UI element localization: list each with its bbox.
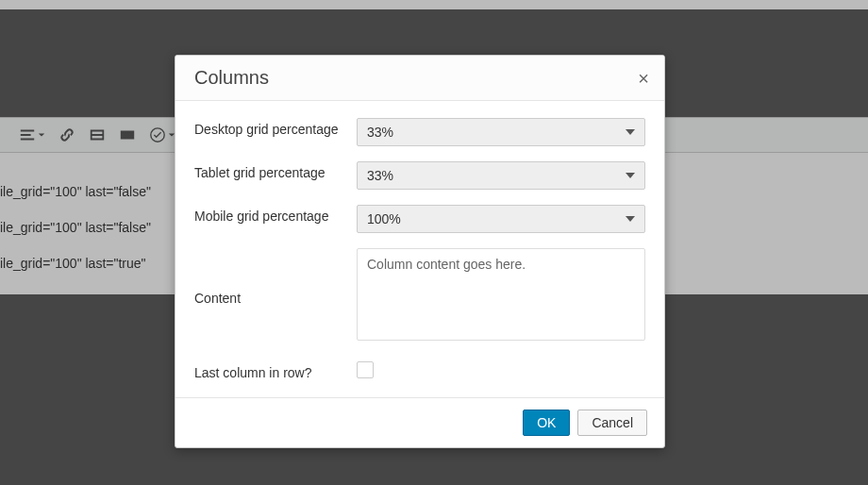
- mobile-value: 100%: [367, 211, 401, 226]
- chevron-down-icon: [626, 129, 635, 135]
- desktop-row: Desktop grid percentage 33%: [194, 118, 645, 146]
- mobile-label: Mobile grid percentage: [194, 205, 357, 224]
- cancel-button[interactable]: Cancel: [577, 410, 647, 436]
- last-label: Last column in row?: [194, 361, 357, 380]
- chevron-down-icon: [626, 173, 635, 178]
- columns-dialog: Columns × Desktop grid percentage 33% Ta…: [175, 55, 665, 448]
- last-row: Last column in row?: [194, 361, 645, 380]
- ok-button[interactable]: OK: [523, 410, 570, 436]
- mobile-select[interactable]: 100%: [357, 205, 645, 233]
- tablet-value: 33%: [367, 168, 393, 183]
- content-textarea[interactable]: [357, 248, 645, 341]
- dialog-title: Columns: [194, 67, 269, 89]
- dialog-footer: OK Cancel: [175, 397, 664, 447]
- desktop-select[interactable]: 33%: [357, 118, 645, 146]
- tablet-row: Tablet grid percentage 33%: [194, 161, 645, 190]
- content-label: Content: [194, 287, 357, 306]
- tablet-select[interactable]: 33%: [357, 161, 645, 190]
- desktop-value: 33%: [367, 125, 393, 140]
- chevron-down-icon: [626, 216, 635, 222]
- close-icon[interactable]: ×: [638, 69, 649, 88]
- dialog-header: Columns ×: [175, 56, 664, 101]
- last-checkbox[interactable]: [357, 361, 374, 378]
- content-row: Content: [194, 248, 645, 344]
- desktop-label: Desktop grid percentage: [194, 118, 357, 137]
- tablet-label: Tablet grid percentage: [194, 161, 357, 180]
- dialog-body: Desktop grid percentage 33% Tablet grid …: [175, 101, 664, 397]
- mobile-row: Mobile grid percentage 100%: [194, 205, 645, 233]
